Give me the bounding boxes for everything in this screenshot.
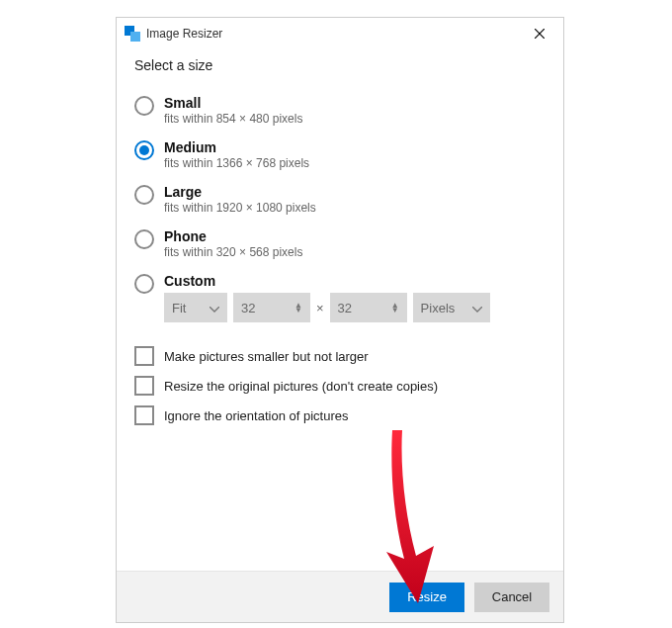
radio-small[interactable] (134, 96, 154, 116)
cancel-button[interactable]: Cancel (474, 583, 549, 612)
dialog-footer: Resize Cancel (117, 571, 563, 622)
check-smaller-only[interactable]: Make pictures smaller but not larger (134, 346, 546, 366)
image-resizer-dialog: Image Resizer Select a size Small fits w… (116, 17, 564, 623)
width-value: 32 (241, 301, 255, 315)
check-label: Make pictures smaller but not larger (164, 349, 369, 364)
option-medium[interactable]: Medium fits within 1366 × 768 pixels (134, 139, 546, 170)
option-phone[interactable]: Phone fits within 320 × 568 pixels (134, 228, 546, 259)
custom-controls: Fit 32 ▲▼ × 32 ▲▼ Pixels (164, 293, 490, 322)
unit-dropdown[interactable]: Pixels (413, 293, 490, 322)
option-text: Custom Fit 32 ▲▼ × 32 ▲▼ (164, 273, 490, 322)
option-text: Medium fits within 1366 × 768 pixels (164, 139, 309, 170)
titlebar: Image Resizer (117, 18, 563, 49)
times-symbol: × (316, 301, 324, 315)
radio-medium[interactable] (134, 140, 154, 160)
radio-phone[interactable] (134, 229, 154, 249)
option-label: Custom (164, 273, 490, 289)
option-text: Large fits within 1920 × 1080 pixels (164, 184, 316, 215)
option-desc: fits within 1366 × 768 pixels (164, 156, 309, 170)
check-label: Resize the original pictures (don't crea… (164, 379, 438, 394)
titlebar-left: Image Resizer (125, 26, 222, 42)
radio-custom[interactable] (134, 274, 154, 294)
svg-rect-1 (130, 32, 140, 42)
checkbox[interactable] (134, 405, 154, 425)
check-resize-original[interactable]: Resize the original pictures (don't crea… (134, 376, 546, 396)
option-label: Large (164, 184, 316, 200)
height-input[interactable]: 32 ▲▼ (330, 293, 407, 322)
check-label: Ignore the orientation of pictures (164, 408, 348, 423)
radio-large[interactable] (134, 185, 154, 205)
check-ignore-orientation[interactable]: Ignore the orientation of pictures (134, 405, 546, 425)
option-large[interactable]: Large fits within 1920 × 1080 pixels (134, 184, 546, 215)
option-label: Medium (164, 139, 309, 155)
unit-value: Pixels (421, 301, 456, 315)
close-icon (535, 25, 545, 43)
checkbox-group: Make pictures smaller but not larger Res… (134, 346, 546, 425)
size-options: Small fits within 854 × 480 pixels Mediu… (134, 95, 546, 322)
checkbox[interactable] (134, 346, 154, 366)
close-button[interactable] (524, 20, 555, 47)
fit-mode-dropdown[interactable]: Fit (164, 293, 227, 322)
option-label: Small (164, 95, 302, 111)
app-icon (125, 26, 140, 42)
option-desc: fits within 1920 × 1080 pixels (164, 201, 316, 215)
stepper-icon: ▲▼ (294, 303, 302, 313)
height-value: 32 (338, 301, 352, 315)
dialog-title: Image Resizer (146, 27, 222, 41)
option-desc: fits within 854 × 480 pixels (164, 112, 302, 126)
option-label: Phone (164, 228, 302, 244)
option-text: Small fits within 854 × 480 pixels (164, 95, 302, 126)
heading: Select a size (134, 57, 546, 73)
option-custom[interactable]: Custom Fit 32 ▲▼ × 32 ▲▼ (134, 273, 546, 322)
chevron-down-icon (472, 301, 482, 315)
option-text: Phone fits within 320 × 568 pixels (164, 228, 302, 259)
width-input[interactable]: 32 ▲▼ (233, 293, 310, 322)
stepper-icon: ▲▼ (391, 303, 399, 313)
option-small[interactable]: Small fits within 854 × 480 pixels (134, 95, 546, 126)
resize-button[interactable]: Resize (389, 583, 464, 612)
dialog-content: Select a size Small fits within 854 × 48… (117, 49, 563, 571)
chevron-down-icon (210, 301, 219, 315)
fit-mode-value: Fit (172, 301, 186, 315)
option-desc: fits within 320 × 568 pixels (164, 245, 302, 259)
checkbox[interactable] (134, 376, 154, 396)
